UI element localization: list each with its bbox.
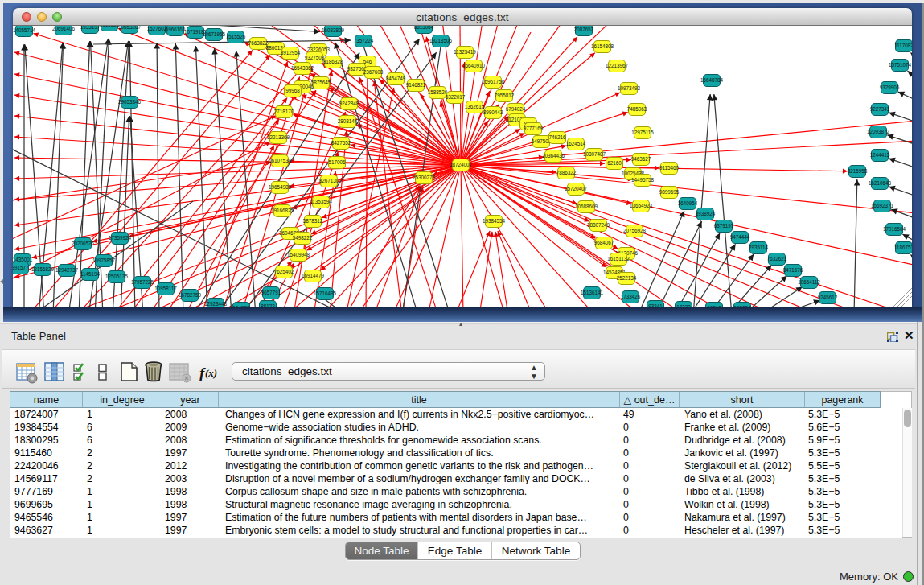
svg-text:1640954: 1640954 <box>678 200 698 206</box>
svg-text:6794024: 6794024 <box>506 106 526 112</box>
svg-text:12156829: 12156829 <box>31 266 55 272</box>
svg-text:8267130: 8267130 <box>319 178 339 183</box>
svg-text:99968: 99968 <box>285 88 300 93</box>
svg-text:17016504: 17016504 <box>883 226 906 232</box>
svg-text:6966160: 6966160 <box>166 27 186 32</box>
svg-text:9329906: 9329906 <box>880 84 900 90</box>
svg-text:62160: 62160 <box>607 160 622 166</box>
svg-text:10671955: 10671955 <box>203 31 226 37</box>
svg-text:7632621: 7632621 <box>767 256 787 262</box>
svg-text:1933197: 1933197 <box>80 26 101 30</box>
svg-text:16154808: 16154808 <box>591 43 614 49</box>
svg-text:29053346: 29053346 <box>118 99 142 105</box>
svg-text:7357224: 7357224 <box>354 38 374 43</box>
svg-text:20691406: 20691406 <box>52 26 76 31</box>
svg-text:18724007: 18724007 <box>450 162 473 167</box>
svg-text:12923448: 12923448 <box>204 301 228 307</box>
svg-text:5498222: 5498222 <box>293 235 313 241</box>
svg-text:12975115: 12975115 <box>631 130 654 135</box>
svg-text:15409948: 15409948 <box>287 252 310 257</box>
svg-text:10553287: 10553287 <box>118 26 142 30</box>
svg-text:9899695: 9899695 <box>659 189 680 195</box>
svg-text:19218506: 19218506 <box>429 38 453 43</box>
svg-text:2935114: 2935114 <box>749 245 769 250</box>
svg-text:9463627: 9463627 <box>631 156 651 162</box>
svg-text:746216: 746216 <box>548 134 566 140</box>
svg-text:2367608: 2367608 <box>363 69 384 75</box>
svg-text:20206526: 20206526 <box>72 241 95 246</box>
svg-text:6322017: 6322017 <box>446 94 466 100</box>
svg-text:8186328: 8186328 <box>323 59 343 64</box>
svg-text:19654985: 19654985 <box>269 184 292 190</box>
svg-text:25300275: 25300275 <box>413 175 436 180</box>
svg-text:10654112: 10654112 <box>798 279 820 285</box>
svg-text:8427552: 8427552 <box>331 140 351 146</box>
svg-text:2718170: 2718170 <box>274 109 294 114</box>
svg-text:12093872: 12093872 <box>867 129 890 134</box>
svg-text:546: 546 <box>363 59 372 64</box>
svg-text:(x): (x) <box>205 367 217 379</box>
svg-text:7515526: 7515526 <box>226 34 246 39</box>
svg-text:1244415: 1244415 <box>870 152 890 158</box>
svg-text:16640910: 16640910 <box>462 63 486 68</box>
svg-text:2087652: 2087652 <box>574 27 594 32</box>
svg-text:19166825: 19166825 <box>271 208 294 213</box>
svg-text:15136141: 15136141 <box>581 290 604 295</box>
svg-text:1624514: 1624514 <box>566 141 586 146</box>
svg-text:1733426: 1733426 <box>621 294 641 299</box>
svg-text:1145194: 1145194 <box>80 271 101 277</box>
svg-text:9684067: 9684067 <box>594 240 614 245</box>
svg-text:11353594: 11353594 <box>310 199 332 204</box>
svg-text:7485063: 7485063 <box>627 106 647 112</box>
svg-text:7955812: 7955812 <box>495 93 515 98</box>
svg-text:15692371: 15692371 <box>871 203 894 208</box>
svg-text:1117082: 1117082 <box>894 43 912 48</box>
svg-text:9327503: 9327503 <box>305 55 325 60</box>
svg-text:8938924: 8938924 <box>696 211 716 216</box>
svg-text:12505135: 12505135 <box>105 274 129 279</box>
svg-text:9474444: 9474444 <box>730 234 750 240</box>
svg-text:8990443: 8990443 <box>483 109 503 115</box>
svg-text:15720407: 15720407 <box>565 186 588 192</box>
svg-text:11325419: 11325419 <box>454 49 476 55</box>
svg-text:16914479: 16914479 <box>302 273 325 278</box>
svg-text:7886322: 7886322 <box>556 170 577 175</box>
svg-text:2803144: 2803144 <box>338 118 358 124</box>
svg-text:13654923: 13654923 <box>630 203 653 208</box>
svg-text:16782759: 16782759 <box>179 292 202 298</box>
svg-text:10973493: 10973493 <box>618 85 641 91</box>
svg-text:9245612: 9245612 <box>818 295 838 300</box>
svg-text:8454749: 8454749 <box>386 76 406 81</box>
svg-text:9227341: 9227341 <box>870 106 890 112</box>
svg-text:1186753: 1186753 <box>894 245 912 250</box>
svg-text:9115460: 9115460 <box>659 165 680 171</box>
svg-text:10975857: 10975857 <box>92 257 116 263</box>
svg-text:17359924: 17359924 <box>109 235 132 241</box>
svg-text:9242848: 9242848 <box>339 101 359 106</box>
svg-text:1527602: 1527602 <box>147 26 167 31</box>
svg-text:10958117: 10958117 <box>154 286 177 291</box>
svg-text:8813054: 8813054 <box>414 26 434 30</box>
svg-text:12213369: 12213369 <box>267 134 290 140</box>
svg-text:16151132: 16151132 <box>607 256 630 262</box>
svg-text:12942737: 12942737 <box>55 267 79 273</box>
svg-text:20756928: 20756928 <box>623 228 647 233</box>
svg-text:12213967: 12213967 <box>606 63 629 68</box>
svg-text:5878312: 5878312 <box>303 218 323 224</box>
svg-text:9777169: 9777169 <box>524 126 544 131</box>
svg-text:16210643: 16210643 <box>869 180 892 186</box>
svg-text:20364436: 20364436 <box>542 153 565 159</box>
svg-text:6379197: 6379197 <box>714 223 734 229</box>
svg-text:1065328: 1065328 <box>100 26 120 27</box>
svg-text:16648784: 16648784 <box>700 77 724 83</box>
svg-text:10807487: 10807487 <box>583 151 606 157</box>
svg-text:8215958: 8215958 <box>848 168 868 174</box>
svg-text:16961758: 16961758 <box>482 79 505 84</box>
svg-text:16033809: 16033809 <box>322 27 345 33</box>
svg-text:5875645: 5875645 <box>311 80 331 85</box>
svg-text:1362615: 1362615 <box>465 104 485 109</box>
svg-text:517006: 517006 <box>328 159 346 165</box>
svg-text:16107534: 16107534 <box>269 158 292 163</box>
svg-text:14055714: 14055714 <box>13 27 35 33</box>
svg-text:18807249: 18807249 <box>587 222 610 228</box>
